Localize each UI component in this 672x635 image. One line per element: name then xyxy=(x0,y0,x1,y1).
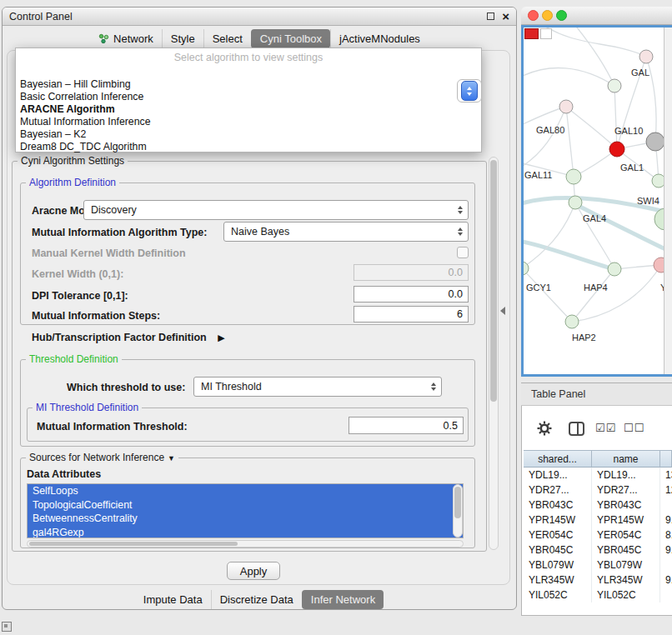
table-row[interactable]: YPR145WYPR145W9. xyxy=(524,512,672,528)
table-row[interactable]: YLR345WYLR345W9. xyxy=(524,572,672,588)
zoom-traffic-light[interactable] xyxy=(556,10,567,21)
algorithm-option[interactable]: Bayesian – Hill Climbing xyxy=(16,78,481,91)
birdseye-marker xyxy=(524,28,539,39)
scrollbar-thumb[interactable] xyxy=(29,542,238,546)
table-row[interactable]: YBR043CYBR043C xyxy=(524,498,672,512)
minimize-traffic-light[interactable] xyxy=(542,10,553,21)
algorithm-combo-button[interactable] xyxy=(461,81,478,101)
which-threshold-combo[interactable]: MI Threshold xyxy=(193,377,442,397)
attribute-list-scrollbar[interactable] xyxy=(453,484,463,538)
mi-steps-field[interactable]: 6 xyxy=(354,306,469,322)
network-node[interactable] xyxy=(652,174,664,188)
node-label: HAP2 xyxy=(572,332,596,342)
table-cell: YBL079W xyxy=(524,558,592,572)
node-label: GAL4 xyxy=(583,213,606,223)
network-node[interactable] xyxy=(609,142,624,157)
tab-network[interactable]: Network xyxy=(90,29,162,48)
deselect-all-columns-icon[interactable]: ☐☐ xyxy=(624,422,644,434)
network-node[interactable] xyxy=(569,196,582,209)
tab-style[interactable]: Style xyxy=(162,29,203,48)
network-edge xyxy=(524,202,575,268)
network-node[interactable] xyxy=(646,132,664,151)
table-cell: YBR043C xyxy=(592,498,660,512)
panel-collapse-arrow-icon[interactable] xyxy=(500,307,505,315)
network-node[interactable] xyxy=(566,169,581,184)
network-node[interactable] xyxy=(608,262,621,276)
column-header[interactable]: name xyxy=(592,450,660,468)
mi-threshold-group-title: MI Threshold Definition xyxy=(36,402,138,413)
table-panel-header: Table Panel xyxy=(521,382,672,406)
algorithm-option[interactable]: ARACNE Algorithm xyxy=(16,103,481,116)
network-node[interactable] xyxy=(654,258,664,272)
attribute-item[interactable]: gal4RGexp xyxy=(28,526,463,539)
tab-label: Network xyxy=(113,32,153,45)
algorithm-option[interactable]: Dream8 DC_TDC Algorithm xyxy=(16,141,481,153)
tab-cyni-toolbox[interactable]: Cyni Toolbox xyxy=(251,29,330,48)
column-header[interactable] xyxy=(660,450,672,468)
tab-impute-data[interactable]: Impute Data xyxy=(135,590,211,609)
scrollbar-thumb[interactable] xyxy=(454,487,461,518)
table-row[interactable]: YIL052CYIL052C xyxy=(524,588,672,602)
attribute-item[interactable]: BetweennessCentrality xyxy=(28,512,463,526)
network-node[interactable] xyxy=(608,79,621,92)
table-cell: 9. xyxy=(660,572,672,588)
network-vertical-scrollbar[interactable] xyxy=(664,28,672,374)
network-window-titlebar[interactable] xyxy=(521,7,672,25)
collapsed-panel-icon[interactable] xyxy=(2,622,12,632)
birdseye-marker xyxy=(540,28,552,39)
close-traffic-light[interactable] xyxy=(528,10,539,21)
algorithm-option[interactable]: Bayesian – K2 xyxy=(16,128,481,141)
attribute-item[interactable]: SelfLoops xyxy=(28,484,463,498)
which-threshold-label: Which threshold to use: xyxy=(67,382,185,393)
algorithm-option[interactable]: Mutual Information Inference xyxy=(16,116,481,128)
algorithm-placeholder: Select algorithm to view settings xyxy=(16,52,481,63)
mi-threshold-field[interactable]: 0.5 xyxy=(349,417,464,434)
mi-type-combo[interactable]: Naive Bayes xyxy=(223,222,469,242)
attribute-item[interactable]: TopologicalCoefficient xyxy=(28,498,463,512)
data-attributes-list[interactable]: SelfLoopsTopologicalCoefficientBetweenne… xyxy=(27,483,464,538)
table-row[interactable]: YBL079WYBL079W xyxy=(524,558,672,572)
network-svg[interactable]: GALGAL80GAL10GAL11GAL1SWI4GAL4GCY1HAP4YH… xyxy=(524,28,664,374)
combo-arrows-icon xyxy=(458,206,463,214)
collapse-down-icon[interactable]: ▼ xyxy=(168,454,175,462)
hub-section-toggle[interactable]: Hub/Transcription Factor Definition ▶ xyxy=(32,332,225,343)
float-window-icon[interactable] xyxy=(487,12,494,20)
expand-right-icon[interactable]: ▶ xyxy=(218,332,224,342)
node-label: GCY1 xyxy=(526,282,551,292)
apply-button[interactable]: Apply xyxy=(227,562,280,580)
table-cell: YIL052C xyxy=(592,588,660,602)
tab-jactivemnodules[interactable]: jActiveMNodules xyxy=(330,29,429,48)
table-row[interactable]: YER054CYER054C8. xyxy=(524,528,672,542)
tab-discretize-data[interactable]: Discretize Data xyxy=(211,590,302,609)
manual-kernel-width-label: Manual Kernel Width Definition xyxy=(32,248,186,259)
network-edge xyxy=(572,269,614,322)
scrollbar-thumb[interactable] xyxy=(490,160,497,402)
network-node[interactable] xyxy=(565,315,579,328)
node-label: SWI4 xyxy=(637,196,659,206)
close-icon[interactable]: × xyxy=(502,10,509,22)
table-row[interactable]: YDL19...YDL19...13 xyxy=(524,468,672,482)
table-cell: YDL19... xyxy=(524,468,592,482)
columns-icon[interactable] xyxy=(569,422,584,436)
dpi-tolerance-field[interactable]: 0.0 xyxy=(354,286,469,302)
network-edge xyxy=(540,28,646,57)
table-row[interactable]: YBR045CYBR045C9. xyxy=(524,542,672,558)
settings-scrollbar[interactable] xyxy=(489,157,499,550)
kernel-width-field[interactable]: 0.0 xyxy=(354,264,469,281)
network-edge xyxy=(566,107,574,177)
column-header[interactable]: shared... xyxy=(524,450,592,468)
network-edge-bundle xyxy=(575,204,664,251)
gear-icon[interactable] xyxy=(537,421,552,436)
manual-kernel-width-checkbox[interactable] xyxy=(457,247,469,258)
tab-select[interactable]: Select xyxy=(203,29,251,48)
table-cell: YIL052C xyxy=(524,588,592,602)
select-all-columns-icon[interactable]: ☑☑ xyxy=(595,422,616,434)
tab-infer-network[interactable]: Infer Network xyxy=(302,590,384,609)
network-node[interactable] xyxy=(559,100,573,113)
table-row[interactable]: YDR27...YDR27...12 xyxy=(524,482,672,498)
control-panel-titlebar[interactable]: Control Panel × xyxy=(3,8,516,26)
network-node[interactable] xyxy=(639,50,653,63)
algorithm-option[interactable]: Basic Correlation Inference xyxy=(16,91,481,103)
aracne-mode-combo[interactable]: Discovery xyxy=(83,200,469,220)
sources-horizontal-scrollbar[interactable] xyxy=(27,540,464,548)
